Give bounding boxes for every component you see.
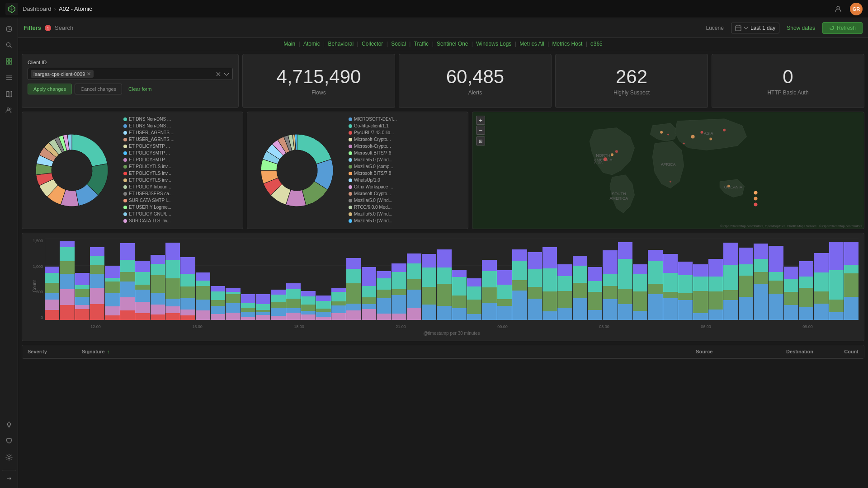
sidebar-bulb-icon[interactable] bbox=[2, 418, 16, 432]
bar-segment bbox=[633, 311, 647, 320]
bar-segment bbox=[769, 281, 783, 294]
svg-marker-10 bbox=[6, 91, 12, 97]
bar-segment bbox=[422, 254, 436, 267]
svg-point-36 bbox=[691, 135, 695, 139]
bar-group bbox=[422, 239, 436, 320]
time-selector[interactable]: Last 1 day bbox=[731, 23, 779, 33]
tab-o365[interactable]: o365 bbox=[589, 41, 604, 47]
bar-segment bbox=[120, 310, 135, 320]
svg-point-13 bbox=[7, 108, 9, 110]
th-severity[interactable]: Severity bbox=[28, 349, 82, 354]
clear-input-icon[interactable] bbox=[215, 71, 222, 77]
bar-segment bbox=[392, 314, 406, 320]
bar-segment bbox=[301, 305, 316, 311]
bar-segment bbox=[648, 294, 662, 320]
legend-item: SURICATA TLS inv... bbox=[123, 217, 241, 224]
svg-text:AMERICA: AMERICA bbox=[610, 196, 628, 201]
user-icon[interactable] bbox=[832, 3, 844, 15]
sidebar-expand-icon[interactable] bbox=[2, 470, 16, 484]
nav-icons: GR bbox=[832, 3, 863, 15]
bar-segment bbox=[316, 317, 330, 320]
user-avatar[interactable]: GR bbox=[850, 3, 863, 15]
bar-segment bbox=[271, 302, 285, 308]
bar-group bbox=[844, 239, 859, 320]
tab-traffic[interactable]: Traffic bbox=[412, 41, 431, 47]
tab-metricsall[interactable]: Metrics All bbox=[518, 41, 546, 47]
bar-segment bbox=[754, 284, 768, 320]
bar-segment bbox=[633, 291, 647, 311]
app-logo bbox=[5, 3, 18, 15]
th-destination[interactable]: Destination bbox=[786, 349, 813, 354]
bar-segment bbox=[739, 276, 753, 297]
svg-point-42 bbox=[670, 181, 671, 183]
refresh-button[interactable]: Refresh bbox=[822, 22, 863, 34]
tab-behavioral[interactable]: Behavioral bbox=[326, 41, 355, 47]
th-count[interactable]: Count bbox=[813, 349, 859, 354]
sidebar-users-icon[interactable] bbox=[2, 103, 16, 117]
svg-text:OCEANIA: OCEANIA bbox=[724, 185, 742, 189]
tab-metricshost[interactable]: Metrics Host bbox=[551, 41, 585, 47]
sidebar-settings-icon[interactable] bbox=[2, 450, 16, 465]
search-label[interactable]: Search bbox=[55, 24, 73, 31]
bar-group bbox=[588, 239, 602, 320]
clear-form-button[interactable]: Clear form bbox=[125, 84, 155, 94]
bar-segment bbox=[151, 275, 165, 293]
filter-actions: Apply changes Cancel changes Clear form bbox=[28, 84, 233, 94]
legend-item: ET USERJSERS ca... bbox=[123, 190, 241, 197]
bar-segment bbox=[528, 299, 542, 320]
tab-main[interactable]: Main bbox=[282, 41, 297, 47]
bar-segment bbox=[105, 282, 119, 293]
tab-social[interactable]: Social bbox=[389, 41, 408, 47]
map-zoom-in-button[interactable]: + bbox=[476, 116, 485, 125]
tab-windowslogs[interactable]: Windows Logs bbox=[474, 41, 513, 47]
tab-sentinelone[interactable]: Sentinel One bbox=[435, 41, 470, 47]
legend-item: SURICATA SMTP l... bbox=[123, 197, 241, 204]
bar-group bbox=[573, 239, 587, 320]
map-options-button[interactable]: ⊞ bbox=[476, 136, 485, 145]
bar-segment bbox=[75, 285, 90, 289]
th-signature[interactable]: Signature ↑ bbox=[82, 349, 696, 354]
lucene-button[interactable]: Lucene bbox=[703, 23, 727, 33]
bar-segment bbox=[331, 301, 346, 305]
bar-segment bbox=[151, 293, 165, 305]
bar-segment bbox=[60, 247, 74, 261]
bar-segment bbox=[482, 287, 496, 303]
bar-group bbox=[392, 239, 406, 320]
show-dates-button[interactable]: Show dates bbox=[783, 23, 819, 33]
bar-segment bbox=[693, 313, 708, 320]
sidebar-search-icon[interactable] bbox=[2, 38, 16, 52]
svg-text:ANIA: ANIA bbox=[594, 160, 603, 164]
bar-segment bbox=[90, 304, 104, 320]
th-source[interactable]: Source bbox=[696, 349, 786, 354]
dropdown-icon[interactable] bbox=[223, 71, 230, 77]
tab-atomic[interactable]: Atomic bbox=[302, 41, 322, 47]
sidebar-heart-icon[interactable] bbox=[2, 434, 16, 448]
bar-segment bbox=[45, 293, 59, 300]
bar-segment bbox=[45, 300, 59, 310]
bar-segment bbox=[422, 305, 436, 320]
sidebar-map-icon[interactable] bbox=[2, 87, 16, 101]
sidebar-dashboard-icon[interactable] bbox=[2, 54, 16, 69]
nav-dashboard[interactable]: Dashboard bbox=[23, 5, 52, 12]
bar-group bbox=[362, 239, 376, 320]
x-label: 09:00 bbox=[802, 324, 813, 329]
sidebar-clock-icon[interactable] bbox=[2, 22, 16, 36]
sidebar-list-icon[interactable] bbox=[2, 70, 16, 85]
highly-suspect-stat-card: 262 Highly Suspect bbox=[555, 54, 708, 108]
cancel-changes-button[interactable]: Cancel changes bbox=[75, 84, 122, 94]
bar-segment bbox=[377, 298, 391, 314]
bar-chart-panel: Count 1,500 1,000 500 0 12:0015:0018:002… bbox=[22, 233, 864, 341]
client-id-input[interactable]: leargas-cps-client-0009 ✕ bbox=[28, 68, 233, 80]
bar-segment bbox=[120, 282, 135, 297]
tag-remove-icon[interactable]: ✕ bbox=[87, 71, 91, 77]
bar-segment bbox=[769, 246, 783, 272]
bar-segment bbox=[407, 253, 421, 263]
bar-segment bbox=[799, 288, 813, 307]
bar-segment bbox=[286, 308, 301, 313]
http-basic-auth-stat-card: 0 HTTP Basic Auth bbox=[712, 54, 864, 108]
legend-item: Mozilla/5.0 (Wind... bbox=[349, 197, 466, 204]
map-zoom-out-button[interactable]: − bbox=[476, 126, 485, 135]
apply-changes-button[interactable]: Apply changes bbox=[28, 84, 72, 94]
tab-collector[interactable]: Collector bbox=[360, 41, 385, 47]
filter-panel: Client ID leargas-cps-client-0009 ✕ Appl… bbox=[22, 54, 239, 108]
